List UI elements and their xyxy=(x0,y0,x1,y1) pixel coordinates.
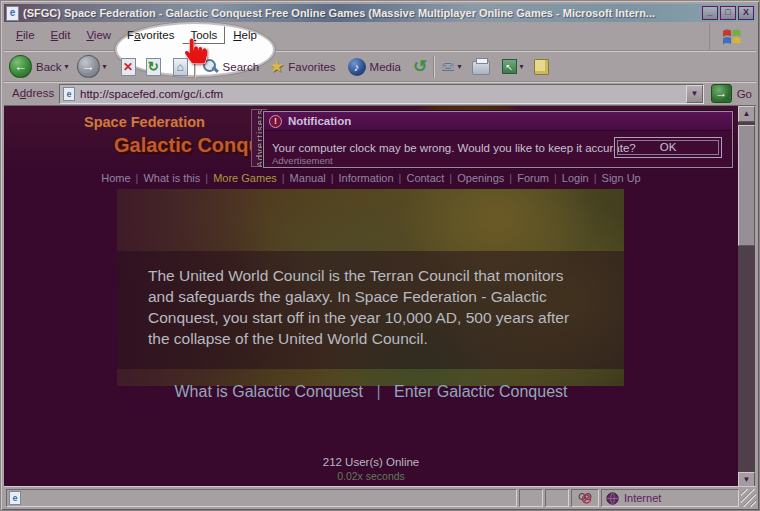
mail-icon: ✉ xyxy=(441,59,454,75)
windows-flag-icon xyxy=(720,25,744,49)
notification-message: Your computer clock may be wrong. Would … xyxy=(272,142,636,154)
stop-button[interactable]: ✕ xyxy=(121,58,136,76)
page-viewport: Space Federation Galactic Conquest Adver… xyxy=(4,106,738,488)
status-bar: e Internet xyxy=(4,486,756,507)
back-label: Back xyxy=(36,61,62,73)
notification-header: ! Notification xyxy=(264,112,732,131)
hero-text-panel: The United World Council is the Terran C… xyxy=(117,251,624,369)
zone-pane: Internet xyxy=(601,489,739,507)
internet-globe-icon xyxy=(606,492,619,505)
nav-link-forum[interactable]: Forum xyxy=(517,172,549,184)
history-button[interactable]: ↺ xyxy=(413,58,427,75)
menu-edit[interactable]: Edit xyxy=(43,26,79,44)
nav-link-openings[interactable]: Openings xyxy=(457,172,504,184)
nav-link-more-games[interactable]: More Games xyxy=(213,172,277,184)
scroll-up-icon[interactable]: ▲ xyxy=(738,106,755,122)
edit-icon: ↖ xyxy=(502,59,517,74)
links-separator: | xyxy=(376,383,380,400)
discuss-button[interactable] xyxy=(534,59,549,75)
nav-separator: | xyxy=(282,172,285,184)
search-label: Search xyxy=(223,61,259,73)
nav-link-information[interactable]: Information xyxy=(339,172,394,184)
forward-icon: → xyxy=(77,55,100,78)
go-label[interactable]: Go xyxy=(737,88,752,100)
favorites-button[interactable]: ★ Favorites xyxy=(269,58,336,75)
favorites-label: Favorites xyxy=(288,61,335,73)
nav-separator: | xyxy=(594,172,597,184)
mail-button[interactable]: ✉ ▾ xyxy=(441,59,461,75)
nav-link-sign-up[interactable]: Sign Up xyxy=(602,172,641,184)
window-title: (SFGC) Space Federation - Galactic Conqu… xyxy=(23,7,700,19)
maximize-button[interactable]: □ xyxy=(720,6,736,20)
media-label: Media xyxy=(370,61,401,73)
title-bar: e (SFGC) Space Federation - Galactic Con… xyxy=(4,4,756,22)
menu-view[interactable]: View xyxy=(78,26,119,44)
refresh-button[interactable]: ↻ xyxy=(146,58,161,76)
notification-box: ! Notification Your computer clock may b… xyxy=(263,111,733,168)
toolbar: ← Back ▾ → ▾ ✕ ↻ ⌂ Search ★ Favorites ♪ … xyxy=(4,51,756,82)
enter-link[interactable]: Enter Galactic Conquest xyxy=(394,383,567,400)
nav-separator: | xyxy=(205,172,208,184)
nav-link-home[interactable]: Home xyxy=(101,172,130,184)
go-button[interactable]: → xyxy=(711,84,732,103)
privacy-pane xyxy=(571,489,599,507)
search-button[interactable]: Search xyxy=(202,58,259,75)
vertical-scrollbar[interactable]: ▲ ▼ xyxy=(738,106,755,488)
back-dropdown-icon[interactable]: ▾ xyxy=(65,62,69,71)
nav-separator: | xyxy=(554,172,557,184)
nav-link-manual[interactable]: Manual xyxy=(290,172,326,184)
notification-title: Notification xyxy=(288,115,351,127)
privacy-eye-icon xyxy=(577,492,593,504)
favorites-star-icon: ★ xyxy=(269,58,284,75)
nav-separator: | xyxy=(509,172,512,184)
back-icon: ← xyxy=(9,55,32,78)
ie-icon: e xyxy=(6,6,19,21)
edit-button[interactable]: ↖ ▾ xyxy=(502,59,524,74)
advertisement-label: Advertisement xyxy=(272,155,333,166)
media-globe-icon: ♪ xyxy=(348,58,366,76)
page-icon: e xyxy=(63,87,75,101)
nav-link-what-is-this[interactable]: What is this xyxy=(143,172,200,184)
resize-grip[interactable] xyxy=(741,489,756,507)
print-button[interactable] xyxy=(472,58,490,75)
what-is-link[interactable]: What is Galactic Conquest xyxy=(174,383,363,400)
menu-help[interactable]: Help xyxy=(225,26,265,44)
menu-file[interactable]: File xyxy=(8,26,43,44)
address-url[interactable]: http://spacefed.com/gc/i.cfm xyxy=(80,88,686,100)
nav-link-contact[interactable]: Contact xyxy=(406,172,444,184)
status-pane xyxy=(545,489,569,507)
status-text-pane: e xyxy=(6,489,517,507)
nav-separator: | xyxy=(136,172,139,184)
history-icon: ↺ xyxy=(413,58,427,75)
back-button[interactable]: ← Back ▾ xyxy=(9,55,69,78)
media-button[interactable]: ♪ Media xyxy=(348,58,401,76)
ok-button[interactable]: OK xyxy=(614,137,722,158)
print-icon xyxy=(472,61,490,75)
address-bar: Address e http://spacefed.com/gc/i.cfm ▼… xyxy=(4,82,756,106)
mail-dropdown-icon[interactable]: ▾ xyxy=(458,62,462,71)
close-button[interactable]: X xyxy=(738,6,754,20)
menu-bar: File Edit View Favorites Tools Help xyxy=(4,22,756,51)
stop-icon: ✕ xyxy=(121,58,136,76)
nav-link-login[interactable]: Login xyxy=(562,172,589,184)
address-input[interactable]: e http://spacefed.com/gc/i.cfm ▼ xyxy=(59,84,704,104)
intro-paragraph: The United World Council is the Terran C… xyxy=(148,265,593,349)
menu-favorites[interactable]: Favorites xyxy=(119,26,182,44)
forward-dropdown-icon[interactable]: ▾ xyxy=(103,62,107,71)
minimize-button[interactable]: _ xyxy=(702,6,718,20)
site-logo-line1: Space Federation xyxy=(84,114,205,130)
toolbar-separator xyxy=(433,56,435,78)
refresh-icon: ↻ xyxy=(146,58,161,76)
scrollbar-thumb[interactable] xyxy=(738,125,755,246)
nav-separator: | xyxy=(331,172,334,184)
edit-dropdown-icon[interactable]: ▾ xyxy=(520,62,524,71)
status-pane xyxy=(519,489,543,507)
hand-cursor-icon xyxy=(185,38,207,64)
forward-button[interactable]: → ▾ xyxy=(77,55,107,78)
address-label: Address xyxy=(12,87,54,99)
browser-window: e (SFGC) Space Federation - Galactic Con… xyxy=(0,0,760,511)
windows-logo-box xyxy=(709,23,753,50)
address-dropdown-icon[interactable]: ▼ xyxy=(686,85,703,103)
hero-planet-image: The United World Council is the Terran C… xyxy=(117,189,624,386)
nav-separator: | xyxy=(399,172,402,184)
